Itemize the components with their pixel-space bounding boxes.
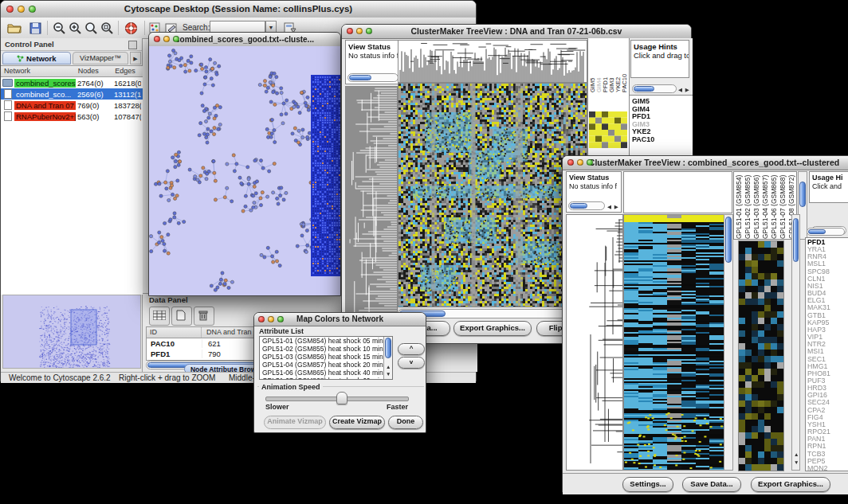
scroll-thumb[interactable]	[725, 217, 732, 263]
view-status-hscrollbar[interactable]	[568, 201, 605, 210]
minimize-button[interactable]	[18, 6, 25, 13]
main-window-title: Cytoscape Desktop (Session Name: collins…	[124, 4, 352, 14]
header-id[interactable]: ID	[147, 327, 202, 338]
network-view-window: combined_scores_good.txt--cluste...	[148, 32, 341, 296]
tab-overflow-button[interactable]: ▶	[130, 52, 141, 64]
scroll-thumb[interactable]	[634, 86, 654, 92]
export-graphics-button[interactable]: Export Graphics...	[751, 477, 830, 492]
done-button[interactable]: Done	[388, 416, 423, 429]
attribute-list-item[interactable]: GPL51-02 (GSM855) heat shock 10 min	[260, 345, 392, 353]
settings-button[interactable]: Settings...	[622, 477, 673, 492]
network-table-row[interactable]: combined_sco...2569(6)13112(15)	[1, 88, 143, 100]
zoom-heatmap-canvas[interactable]	[738, 240, 784, 471]
minimize-button[interactable]	[577, 159, 583, 166]
attribute-list-vscrollbar[interactable]: ▲ ▼	[383, 337, 392, 379]
treeview-top-title-bar[interactable]: ClusterMaker TreeView : DNA and Tran 07-…	[342, 25, 691, 39]
mini-heatmap-canvas[interactable]	[589, 111, 627, 148]
close-button[interactable]	[347, 28, 353, 34]
zoom-in-icon[interactable]	[66, 20, 84, 36]
network-table-row[interactable]: combined_scores2764(0)16218(0)	[1, 77, 143, 88]
scroll-arrows[interactable]: ◀ ▶	[607, 203, 619, 211]
scroll-arrow-up[interactable]: ▲	[794, 451, 799, 459]
scroll-thumb[interactable]	[349, 75, 371, 80]
network-table-row[interactable]: RNAPuberNov2+|563(0)107847(0)	[1, 111, 143, 122]
column-dendrogram-canvas[interactable]	[398, 40, 587, 83]
view-status-text: No status info f	[348, 51, 398, 60]
scroll-thumb[interactable]	[570, 203, 587, 209]
attribute-table-icon[interactable]	[149, 307, 170, 326]
scroll-arrow-down[interactable]: ▼	[794, 459, 799, 467]
gene-dendrogram-canvas[interactable]	[566, 214, 623, 471]
move-down-button[interactable]: v	[398, 357, 425, 369]
close-button[interactable]	[567, 159, 574, 166]
open-icon[interactable]	[6, 20, 23, 36]
heatmap-vscrollbar[interactable]	[724, 214, 733, 471]
doc-icon	[4, 111, 12, 121]
zoom-selected-icon[interactable]	[98, 20, 116, 36]
minimize-button[interactable]	[268, 316, 274, 322]
scroll-thumb[interactable]	[385, 338, 391, 358]
zoom-button[interactable]	[277, 316, 284, 322]
zoom-button[interactable]	[29, 6, 36, 13]
delete-attribute-trash-icon[interactable]	[194, 307, 214, 326]
scroll-thumb[interactable]	[808, 229, 826, 234]
attribute-list-label: Attribute List	[259, 327, 304, 335]
zoom-button[interactable]	[173, 36, 179, 42]
zoom-button[interactable]	[587, 159, 593, 166]
zoom-out-icon[interactable]	[50, 20, 68, 36]
save-icon[interactable]	[26, 20, 44, 36]
export-graphics-button[interactable]: Export Graphics...	[453, 321, 532, 336]
main-heatmap-canvas[interactable]	[623, 214, 724, 471]
status-hint-middle: Middle-	[229, 373, 255, 382]
move-up-button[interactable]: ^	[398, 343, 425, 355]
column-label: GPL51-07 (GSM868)	[779, 173, 787, 239]
view-status-hscrollbar[interactable]	[347, 73, 398, 82]
scroll-thumb[interactable]	[793, 218, 799, 262]
animation-speed-slider-thumb[interactable]	[336, 392, 347, 404]
zoom-fit-icon[interactable]	[82, 20, 100, 36]
create-vizmap-button[interactable]: Create Vizmap	[329, 416, 385, 429]
usage-hints-panel: Usage HintsClick and drag to	[630, 40, 689, 78]
tab-network-label: Network	[26, 54, 56, 63]
minimize-button[interactable]	[356, 28, 363, 34]
help-icon[interactable]	[122, 20, 139, 36]
scroll-arrows[interactable]: ◀ ▶	[678, 86, 690, 94]
treeview-bottom-window: ClusterMaker TreeView : combined_scores_…	[562, 155, 848, 493]
header-nodes[interactable]: Nodes	[77, 66, 113, 76]
zoom-button[interactable]	[366, 28, 372, 34]
new-attribute-icon[interactable]	[171, 307, 192, 326]
nodes-count: 2764(0)	[76, 79, 112, 88]
attribute-list-item[interactable]: GPL51-03 (GSM856) heat shock 15 min	[260, 353, 392, 361]
network-table-row[interactable]: DNA and Tran 07769(0)183728(0)	[1, 100, 143, 111]
close-button[interactable]	[258, 316, 265, 322]
main-title-bar[interactable]: Cytoscape Desktop (Session Name: collins…	[1, 1, 476, 18]
gene-dendrogram-canvas[interactable]	[345, 86, 398, 320]
attribute-list-item[interactable]: GPL51-04 (GSM857) heat shock 20 min	[260, 361, 392, 369]
animate-vizmap-button[interactable]: Animate Vizmap	[264, 416, 326, 429]
close-button[interactable]	[154, 36, 160, 42]
close-button[interactable]	[6, 6, 14, 13]
tab-network[interactable]: Network	[2, 52, 71, 64]
column-dendrogram-panel[interactable]	[623, 171, 732, 213]
faster-label: Faster	[387, 403, 408, 411]
attribute-list-item[interactable]: GPL51-06 (GSM865) heat shock 40 min	[260, 369, 392, 377]
usage-hints-hscrollbar[interactable]	[632, 84, 677, 93]
birdseye-view-canvas[interactable]	[2, 295, 141, 369]
float-panel-icon[interactable]	[128, 41, 137, 49]
network-canvas[interactable]	[149, 46, 340, 295]
main-heatmap-canvas[interactable]	[398, 83, 587, 307]
save-data-button[interactable]: Save Data...	[682, 477, 741, 492]
minimize-button[interactable]	[163, 36, 170, 42]
header-edges[interactable]: Edges	[113, 66, 143, 76]
zoom-heatmap-vscrollbar[interactable]: ▲ ▼	[791, 214, 800, 471]
scroll-thumb[interactable]	[799, 182, 806, 207]
gene-list-hscrollbar[interactable]	[807, 228, 845, 236]
column-label: GPL51-02 (GSM855)	[744, 173, 752, 239]
attribute-list-item[interactable]: GPL51-01 (GSM854) heat shock 05 min	[260, 337, 392, 345]
attribute-list-item[interactable]: GPL51-07 (GSM868) heat shock 60 min	[260, 377, 392, 380]
tab-vizmapper[interactable]: VizMapper™	[73, 52, 128, 64]
scroll-arrow-down[interactable]: ▼	[386, 370, 391, 378]
header-network[interactable]: Network	[1, 66, 77, 76]
treeview-bottom-title-bar[interactable]: ClusterMaker TreeView : combined_scores_…	[563, 156, 848, 170]
status-welcome: Welcome to Cytoscape 2.6.2	[9, 373, 111, 382]
